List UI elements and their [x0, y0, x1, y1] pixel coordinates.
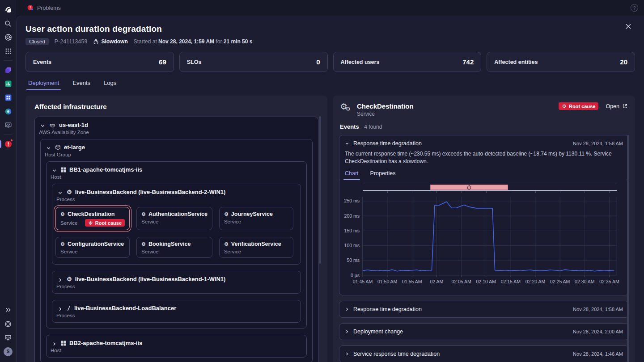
- top-bar: Problems ?: [16, 0, 644, 16]
- chevron-down-icon[interactable]: [40, 123, 45, 128]
- hosts-app-icon[interactable]: [0, 118, 16, 132]
- root-cause-badge: Root cause: [85, 219, 125, 227]
- expand-rail-icon[interactable]: [0, 303, 16, 317]
- tree-node-process-1-win1[interactable]: ⚙ live-BusinessBackend (live-BusinessBac…: [52, 271, 301, 294]
- node-name: BB2-apache-tomcatjms-iis: [69, 340, 142, 346]
- chevron-right-icon[interactable]: [58, 307, 63, 311]
- service-chip-configurationservice[interactable]: ⚙ConfigurationService Service: [55, 237, 130, 258]
- node-name: live-BusinessBackend (live-BusinessBacke…: [75, 189, 226, 195]
- service-chip-verificationservice[interactable]: ⚙VerificationService Service: [219, 237, 293, 258]
- tab-properties[interactable]: Properties: [370, 170, 396, 180]
- external-link-icon: [622, 103, 628, 109]
- node-type: Host: [51, 174, 142, 180]
- app-rail: S: [0, 0, 16, 362]
- chevron-down-icon[interactable]: [345, 141, 349, 146]
- infrastructure-heading: Affected infrastructure: [34, 103, 318, 110]
- gears-icon: ⚙: [141, 212, 146, 217]
- problem-window-highlight[interactable]: [430, 185, 508, 190]
- stopwatch-icon: [93, 39, 99, 45]
- service-type: Service: [60, 220, 77, 226]
- chevron-right-icon[interactable]: [58, 278, 63, 282]
- windows-icon: [61, 167, 66, 173]
- search-icon[interactable]: [0, 17, 16, 30]
- service-type: Service: [141, 249, 158, 254]
- chevron-right-icon[interactable]: [345, 307, 349, 311]
- node-type: Process: [56, 197, 225, 202]
- chevron-right-icon[interactable]: [345, 329, 349, 334]
- tab-events[interactable]: Events: [72, 80, 90, 90]
- response-time-chart[interactable]: 0 µs50 ms100 ms150 ms200 ms250 ms01:45 A…: [339, 180, 628, 295]
- dashboards-app-icon[interactable]: [0, 91, 16, 105]
- entity-type: Service: [357, 111, 414, 117]
- usage-chart-icon[interactable]: [0, 331, 16, 345]
- right-panel-scrollbar[interactable]: [627, 135, 629, 362]
- root-cause-badge: Root cause: [559, 102, 598, 110]
- tab-deployment[interactable]: Deployment: [28, 80, 59, 90]
- chart-timeline-strip[interactable]: [363, 184, 617, 191]
- svg-text:01:50 AM: 01:50 AM: [377, 279, 397, 284]
- stat-card-slos[interactable]: SLOs 0: [179, 52, 328, 72]
- chevron-right-icon[interactable]: [52, 341, 57, 346]
- aws-icon: aws: [49, 122, 56, 128]
- tab-logs[interactable]: Logs: [104, 80, 116, 90]
- help-icon[interactable]: ?: [631, 4, 638, 12]
- service-name: BookingService: [148, 241, 191, 247]
- open-entity-button[interactable]: Open: [606, 103, 628, 109]
- gears-icon: ⚙: [224, 212, 229, 217]
- node-name: us-east-1d: [59, 122, 88, 128]
- close-icon[interactable]: [623, 21, 633, 31]
- dynatrace-logo-icon[interactable]: [0, 3, 16, 17]
- event-timestamp: Nov 28, 2024, 1:58 AM: [573, 307, 623, 312]
- tree-node-process-2-win1[interactable]: ⚙ live-BusinessBackend (live-BusinessBac…: [52, 184, 301, 265]
- gears-icon: ⚙: [67, 276, 72, 282]
- tree-node-host-group[interactable]: et-large Host Group: [40, 139, 313, 362]
- node-name: live-BusinessBackend-LoadBalancer: [74, 305, 176, 311]
- service-name: CheckDestination: [68, 211, 115, 217]
- service-chip-bookingservice[interactable]: ⚙BookingService Service: [136, 237, 212, 258]
- tree-node-availability-zone[interactable]: aws us-east-1d AWS Availability Zone: [34, 117, 318, 362]
- active-indicator: [0, 140, 1, 148]
- tab-chart[interactable]: Chart: [345, 170, 359, 180]
- kubernetes-app-icon[interactable]: [0, 105, 16, 118]
- problems-app-icon[interactable]: [0, 137, 16, 151]
- app-launcher-icon[interactable]: [0, 44, 16, 58]
- chevron-down-icon[interactable]: [46, 146, 51, 151]
- get-started-icon[interactable]: [0, 30, 16, 44]
- chevron-down-icon[interactable]: [52, 168, 57, 173]
- service-chip-journeyservice[interactable]: ⚙JourneyService Service: [219, 207, 293, 230]
- slash-icon: [67, 305, 71, 311]
- stat-card-affected-entities[interactable]: Affected entities 20: [487, 52, 635, 72]
- stat-label: SLOs: [187, 59, 202, 65]
- chevron-down-icon[interactable]: [58, 190, 63, 195]
- tree-node-host-bb1[interactable]: BB1-apache-tomcatjms-iis Host: [46, 161, 307, 328]
- stat-card-events[interactable]: Events 69: [25, 52, 174, 72]
- node-type: Process: [56, 313, 176, 318]
- line-chart[interactable]: 0 µs50 ms100 ms150 ms200 ms250 ms01:45 A…: [342, 193, 620, 293]
- user-avatar[interactable]: S: [0, 345, 16, 358]
- event-card-collapsed[interactable]: Service response time degradation Nov 28…: [339, 345, 629, 362]
- windows-icon: [61, 341, 66, 346]
- event-title: Response time degradation: [353, 140, 422, 147]
- stat-value: 20: [620, 58, 627, 66]
- tab-problems[interactable]: Problems: [21, 0, 67, 16]
- stat-label: Events: [33, 59, 51, 65]
- chevron-right-icon[interactable]: [345, 352, 349, 356]
- clouds-app-icon[interactable]: [0, 63, 16, 77]
- svg-text:150 ms: 150 ms: [344, 227, 360, 233]
- warning-diamond-icon: [562, 104, 567, 109]
- event-card-header[interactable]: Response time degradation Nov 28, 2024, …: [339, 135, 628, 147]
- gears-icon: ⚙: [224, 242, 229, 247]
- service-chip-checkdestination[interactable]: ⚙CheckDestination Service Root cause: [55, 207, 130, 230]
- analytics-app-icon[interactable]: [0, 77, 16, 91]
- tree-node-host-bb2[interactable]: BB2-apache-tomcatjms-iis Host: [46, 335, 307, 358]
- svg-text:02:20 AM: 02:20 AM: [525, 279, 545, 284]
- events-label: Events: [340, 123, 359, 130]
- tree-node-loadbalancer[interactable]: live-BusinessBackend-LoadBalancer Proces…: [52, 300, 301, 323]
- stat-card-affected-users[interactable]: Affected users 742: [333, 52, 482, 72]
- left-panel-scrollbar[interactable]: [319, 116, 321, 264]
- service-chip-authenticationservice[interactable]: ⚙AuthenticationService Service: [136, 207, 212, 230]
- event-card-collapsed[interactable]: Deployment change Nov 28, 2024, 2:00 AM: [339, 323, 629, 340]
- node-type: Host Group: [45, 152, 85, 157]
- event-card-collapsed[interactable]: Response time degradation Nov 28, 2024, …: [339, 301, 629, 318]
- support-icon[interactable]: [0, 317, 16, 331]
